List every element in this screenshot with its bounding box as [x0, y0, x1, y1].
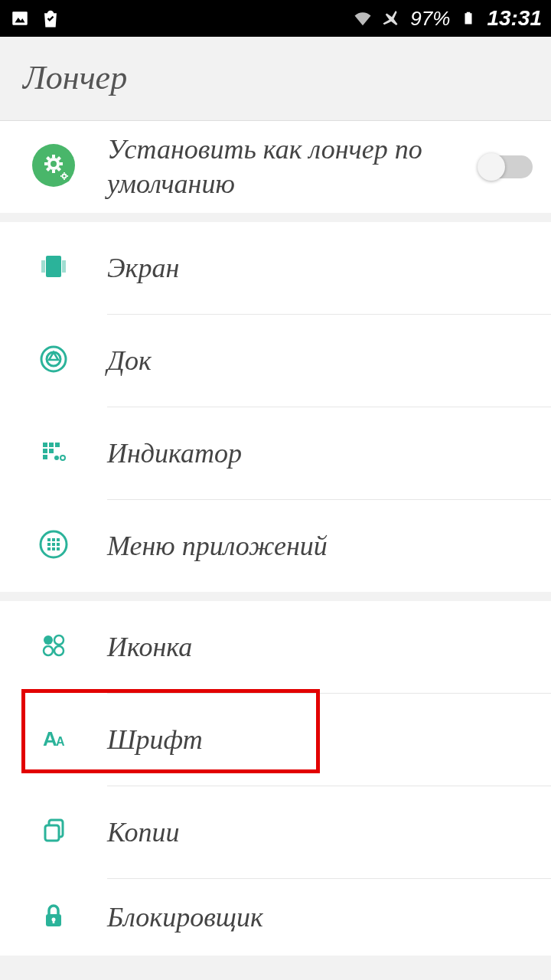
svg-point-44 [54, 635, 64, 645]
row-screen[interactable]: Экран [0, 222, 551, 314]
svg-rect-25 [43, 443, 47, 447]
battery-percentage: 97% [410, 7, 450, 31]
svg-line-12 [47, 168, 50, 171]
svg-rect-36 [57, 538, 60, 541]
row-label: Копии [107, 815, 533, 850]
row-label: Меню приложений [107, 529, 533, 564]
row-label: Шрифт [107, 723, 533, 757]
svg-rect-20 [46, 256, 61, 277]
svg-point-43 [44, 635, 53, 645]
svg-point-32 [60, 456, 65, 460]
default-launcher-toggle[interactable] [479, 155, 533, 178]
dock-icon [38, 344, 69, 377]
svg-rect-41 [52, 547, 55, 550]
copies-icon [38, 815, 69, 849]
status-bar: 97% 13:31 [0, 0, 551, 37]
svg-point-46 [54, 646, 64, 655]
battery-icon [458, 8, 479, 29]
shopping-bag-icon [40, 8, 61, 29]
svg-rect-3 [467, 12, 471, 14]
row-app-menu[interactable]: Меню приложений [0, 500, 551, 592]
svg-rect-38 [52, 543, 55, 546]
svg-rect-22 [62, 260, 66, 273]
svg-line-13 [58, 158, 60, 160]
svg-line-10 [47, 158, 50, 160]
svg-rect-0 [12, 11, 28, 24]
svg-rect-30 [43, 455, 47, 459]
svg-point-31 [54, 456, 59, 460]
row-icon[interactable]: Иконка [0, 601, 551, 693]
svg-rect-37 [47, 543, 51, 546]
section-default-launcher: Установить как лончер по умолчанию [0, 121, 551, 213]
row-label: Индикатор [107, 436, 533, 471]
row-label: Док [107, 344, 533, 378]
font-icon: A A [38, 723, 69, 756]
row-font[interactable]: A A Шрифт [0, 694, 551, 786]
svg-rect-42 [57, 547, 60, 550]
svg-rect-2 [465, 13, 472, 24]
shapes-icon [38, 630, 69, 664]
row-default-launcher[interactable]: Установить как лончер по умолчанию [0, 121, 551, 213]
clock: 13:31 [487, 6, 542, 31]
row-blocker[interactable]: Блокировщик [0, 879, 551, 956]
row-label: Иконка [107, 630, 533, 665]
page-title: Лончер [23, 58, 528, 97]
svg-rect-35 [52, 538, 55, 541]
row-label: Установить как лончер по умолчанию [107, 132, 479, 201]
svg-rect-21 [41, 260, 45, 273]
svg-point-14 [57, 169, 71, 183]
app-grid-icon [38, 529, 69, 563]
page-header: Лончер [0, 37, 551, 121]
svg-rect-52 [53, 920, 55, 923]
row-dock[interactable]: Док [0, 315, 551, 407]
svg-point-45 [44, 646, 53, 655]
svg-rect-49 [45, 825, 59, 841]
svg-line-11 [58, 168, 60, 171]
section-appearance: Иконка A A Шрифт Копии [0, 601, 551, 956]
svg-text:A: A [56, 735, 65, 748]
image-icon [9, 8, 31, 29]
svg-rect-40 [47, 547, 51, 550]
svg-rect-27 [55, 443, 60, 447]
svg-rect-39 [57, 543, 60, 546]
screen-icon [38, 251, 69, 285]
gear-badge-icon [32, 144, 75, 190]
wifi-icon [352, 8, 373, 29]
row-label: Экран [107, 251, 533, 286]
row-copies[interactable]: Копии [0, 786, 551, 878]
svg-rect-28 [43, 449, 47, 453]
row-indicator[interactable]: Индикатор [0, 407, 551, 499]
section-layout: Экран Док Индикатор Меню прило [0, 222, 551, 592]
indicator-icon [38, 436, 69, 470]
airplane-icon [381, 8, 403, 29]
svg-rect-34 [47, 538, 51, 541]
lock-icon [38, 900, 69, 934]
svg-rect-26 [49, 443, 54, 447]
row-label: Блокировщик [107, 900, 533, 935]
svg-rect-29 [49, 449, 54, 453]
